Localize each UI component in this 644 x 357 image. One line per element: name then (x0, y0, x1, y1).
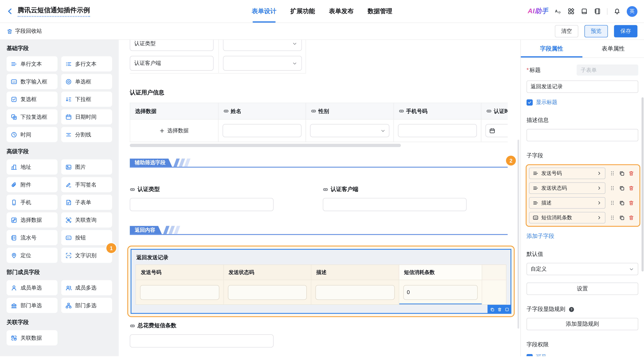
sidebar-item-line-text[interactable]: 单行文本 (6, 56, 58, 72)
copy-icon[interactable] (619, 215, 625, 220)
nav-tab-4[interactable]: 数据管理 (368, 0, 392, 22)
ai-assistant-button[interactable]: AI助手 (528, 7, 548, 16)
save-button[interactable]: 保存 (614, 25, 638, 37)
cell-input[interactable] (402, 128, 473, 134)
delete-icon[interactable] (628, 200, 634, 206)
sidebar-item-calendar[interactable]: 日期时间 (61, 109, 112, 124)
cell-input[interactable] (319, 289, 391, 296)
return-record-subform[interactable]: 返回发送记录 发送号码发送状态码描述短信消耗条数 (130, 249, 511, 314)
sidebar-item-members[interactable]: 成员多选 (61, 280, 112, 296)
sidebar-item-lookup[interactable]: 关联查询 (61, 212, 112, 228)
sidebar-item-dropdown[interactable]: 下拉框 (61, 92, 112, 107)
help-question-icon[interactable]: ? (568, 306, 574, 312)
copy-icon[interactable] (619, 185, 625, 191)
bell-icon[interactable] (614, 8, 620, 15)
cell-select[interactable] (310, 124, 389, 137)
filter-label-box[interactable]: 认证类型 (130, 40, 214, 51)
add-row-button[interactable]: 选择数据 (160, 127, 189, 134)
nav-tab-2[interactable]: 扩展功能 (290, 0, 315, 22)
sidebar-item-select-data[interactable]: 选择数据 (6, 212, 58, 228)
subfield-item[interactable]: 描述 (529, 197, 605, 209)
drag-handle-icon[interactable] (610, 200, 615, 206)
copy-icon[interactable] (490, 307, 494, 312)
book-icon[interactable] (581, 8, 588, 15)
sidebar-item-dropdown-multi[interactable]: 下拉复选框 (6, 109, 58, 124)
translate-icon[interactable]: A中 (554, 8, 562, 15)
avatar[interactable]: 英 (627, 6, 638, 17)
filter-value-select[interactable] (223, 56, 302, 71)
filter-value-select[interactable] (223, 40, 302, 51)
settings-button[interactable]: 设置 (526, 283, 638, 295)
drag-handle-icon[interactable] (610, 185, 615, 191)
panel-tab-1[interactable]: 字段属性 (521, 40, 582, 58)
cell-date-input[interactable] (486, 124, 508, 137)
delete-icon[interactable] (628, 185, 634, 191)
subfield-item[interactable]: 发送号码 (529, 168, 605, 179)
sidebar-item-phone[interactable]: 手机 (6, 195, 58, 210)
sidebar-item-location[interactable]: 定位 (6, 248, 58, 263)
drag-handle-icon[interactable] (610, 170, 615, 176)
default-value-select[interactable]: 自定义 (526, 263, 638, 275)
show-title-checkbox[interactable]: 显示标题 (526, 98, 638, 106)
sidebar-item-dept[interactable]: 部门单选 (6, 298, 58, 313)
sidebar-item-building[interactable]: 地址 (6, 160, 58, 174)
copy-icon[interactable] (619, 200, 625, 206)
chevron-right-icon[interactable] (597, 200, 602, 205)
drag-handle-icon[interactable] (610, 215, 615, 220)
sidebar-item-multi-line[interactable]: 多行文本 (61, 56, 112, 72)
sidebar-item-paperclip[interactable]: 附件 (6, 177, 58, 192)
field-input[interactable] (323, 198, 466, 211)
clear-button[interactable]: 清空 (555, 25, 578, 37)
back-icon[interactable] (6, 8, 14, 15)
sidebar-item-number[interactable]: 123数字输入框 (6, 74, 58, 89)
cell-text-input[interactable] (140, 285, 219, 300)
cell-input[interactable] (226, 128, 298, 134)
sidebar-item-relation[interactable]: 关联数据 (6, 330, 58, 346)
subfield-item[interactable]: 123短信消耗条数 (529, 212, 605, 224)
chevron-right-icon[interactable] (597, 186, 602, 190)
field-input[interactable] (130, 198, 274, 211)
cell-text-input[interactable] (398, 124, 477, 137)
sidebar-item-subform[interactable]: 子表单 (61, 195, 112, 210)
linked-field[interactable]: 认证类型 (130, 186, 274, 211)
sidebar-item-serial[interactable]: 流水号 (6, 230, 58, 245)
add-subfield-link[interactable]: 添加子字段 (526, 232, 638, 240)
title-input[interactable] (526, 80, 638, 93)
select-frame-icon[interactable] (504, 307, 509, 312)
notebook-icon[interactable] (594, 8, 601, 15)
cell-text-input[interactable] (228, 285, 307, 300)
preview-button[interactable]: 预览 (584, 25, 608, 37)
cell-text-input[interactable] (316, 285, 394, 300)
cell-text-input[interactable] (403, 285, 478, 300)
apps-grid-icon[interactable] (568, 8, 574, 15)
visible-checkbox[interactable]: 可见 (526, 353, 638, 356)
sidebar-item-checkbox[interactable]: 复选框 (6, 92, 58, 107)
canvas-scrollbar-thumb[interactable] (518, 140, 519, 328)
cell-text-input[interactable] (222, 124, 302, 137)
total-sms-field[interactable]: 总花费短信条数 (130, 322, 520, 348)
sidebar-item-divider[interactable]: 分割线 (61, 127, 112, 142)
delete-icon[interactable] (628, 215, 634, 220)
copy-icon[interactable] (619, 170, 625, 176)
sidebar-item-signature[interactable]: 手写签名 (61, 177, 112, 192)
sidebar-item-org[interactable]: 部门多选 (61, 298, 112, 313)
add-rule-button[interactable]: 添加显隐规则 (526, 318, 638, 330)
nav-tab-3[interactable]: 表单发布 (329, 0, 354, 22)
field-input[interactable] (130, 334, 274, 348)
sidebar-item-button[interactable]: Btn按钮 (61, 230, 112, 245)
panel-tab-2[interactable]: 表单属性 (582, 40, 644, 58)
filter-label-box[interactable]: 认证客户端 (130, 56, 214, 71)
chevron-right-icon[interactable] (597, 171, 602, 176)
field-recycle-bin-button[interactable]: 字段回收站 (6, 28, 42, 35)
sidebar-item-clock[interactable]: 时间 (6, 127, 58, 142)
form-title[interactable]: 腾讯云短信通知插件示例 (18, 6, 90, 17)
scrollbar-thumb[interactable] (130, 144, 401, 147)
subfield-item[interactable]: 发送状态码 (529, 182, 605, 194)
delete-icon[interactable] (628, 170, 634, 176)
sidebar-item-radio[interactable]: 单选框 (61, 74, 112, 89)
sidebar-item-ocr[interactable]: OCR文字识别 (61, 248, 112, 263)
panel-scrollbar-thumb[interactable] (642, 97, 644, 272)
cell-input[interactable] (407, 289, 474, 296)
nav-tab-1[interactable]: 表单设计 (252, 0, 276, 22)
linked-field[interactable]: 认证客户端 (323, 186, 466, 211)
